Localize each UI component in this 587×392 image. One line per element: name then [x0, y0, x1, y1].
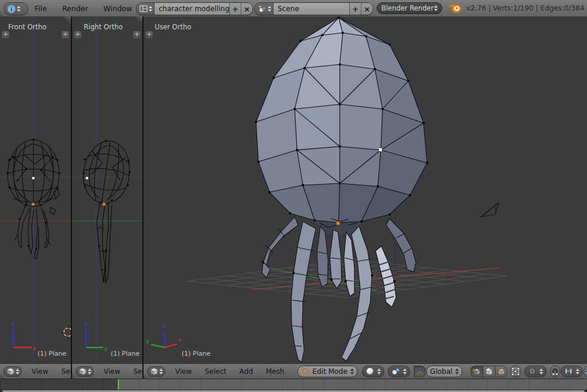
viewport-shading-select[interactable]: [362, 366, 384, 377]
editor-type-select[interactable]: [4, 366, 22, 377]
menu-add[interactable]: Add: [233, 367, 260, 376]
snap-increment-icon: [564, 367, 573, 376]
svg-text:x: x: [33, 345, 36, 352]
active-object-label: (1) Plane: [37, 350, 66, 357]
mode-select[interactable]: Edit Mode: [298, 366, 357, 377]
timeline-after-range[interactable]: [118, 379, 587, 390]
info-icon: i: [7, 5, 16, 13]
menu-render[interactable]: Render: [54, 4, 96, 13]
shading-sphere-icon: [366, 367, 374, 376]
dropdown-arrows: [268, 6, 271, 12]
render-engine-select[interactable]: Blender Render: [377, 2, 442, 14]
dropdown-arrows: [159, 369, 163, 374]
expand-toolshelf-button[interactable]: +: [145, 30, 153, 39]
menu-select[interactable]: Select: [54, 367, 71, 376]
vertex-select-mode-button[interactable]: [470, 366, 483, 377]
vertex-cube-icon: [472, 367, 482, 376]
limit-visible-icon: [511, 367, 520, 376]
info-editor-type-select[interactable]: i: [4, 2, 28, 15]
dropdown-arrows: [16, 369, 19, 374]
timeline-before-range[interactable]: [0, 379, 118, 390]
menu-file[interactable]: File: [27, 4, 54, 13]
editor-type-select[interactable]: [76, 366, 94, 377]
orientation-label: Global: [430, 367, 452, 376]
viewport-front-canvas[interactable]: z x + + Front Ortho (1) Plane: [0, 16, 71, 363]
menu-view[interactable]: View: [25, 367, 54, 376]
transform-orientation-select[interactable]: Global: [426, 366, 462, 377]
add-scene-button[interactable]: +: [349, 3, 361, 15]
expand-properties-button[interactable]: +: [132, 30, 141, 39]
creature-legs-right: [97, 203, 112, 283]
dropdown-arrows: [455, 369, 459, 374]
snap-element-select[interactable]: [561, 366, 583, 377]
proportional-edit-select[interactable]: [524, 366, 547, 377]
select-mode-group: [470, 366, 507, 377]
selected-vertex: [86, 177, 88, 179]
timeline-scrollbar[interactable]: [0, 390, 587, 392]
manipulator-toggle[interactable]: [414, 366, 426, 377]
svg-text:z: z: [12, 320, 15, 326]
add-layout-button[interactable]: +: [229, 3, 241, 15]
menu-select[interactable]: Select: [198, 367, 233, 376]
cursor-3d[interactable]: [61, 325, 71, 339]
timeline-playhead[interactable]: [118, 379, 119, 390]
dropdown-arrows: [540, 369, 543, 374]
magnet-icon: [551, 367, 559, 376]
viewport-user-canvas[interactable]: z y x + User Ortho (1) Plane: [144, 16, 587, 363]
menu-window[interactable]: Window: [95, 4, 139, 13]
svg-text:z: z: [162, 322, 165, 329]
scene-browse-button[interactable]: [255, 3, 274, 15]
active-object-label: (1) Plane: [182, 350, 210, 357]
menu-view[interactable]: View: [97, 367, 127, 376]
menu-mesh[interactable]: Mesh: [260, 367, 291, 376]
close-scene-button[interactable]: ×: [361, 3, 373, 15]
pivot-point-select[interactable]: [388, 366, 410, 377]
snap-grid-icon: [584, 367, 587, 376]
edge-cube-icon: [484, 367, 494, 376]
selected-vertex: [32, 177, 35, 179]
svg-text:y: y: [146, 338, 149, 344]
layout-icon: [139, 5, 148, 12]
dropdown-arrows: [576, 369, 579, 374]
close-layout-button[interactable]: ×: [241, 3, 252, 15]
limit-selection-visible-button[interactable]: [510, 366, 521, 377]
menu-select[interactable]: Select: [127, 367, 142, 376]
snap-toggle-button[interactable]: [550, 366, 560, 377]
svg-text:z: z: [84, 320, 87, 326]
viewport-right-canvas[interactable]: z y + + Right Ortho (1) Plane: [72, 16, 142, 363]
timeline[interactable]: [0, 379, 587, 392]
creature-wireframe-right: [80, 138, 134, 206]
camera-object[interactable]: [481, 203, 499, 217]
expand-toolshelf-button[interactable]: +: [73, 30, 82, 39]
axis-gizmo-front: z x: [12, 320, 36, 352]
dropdown-arrows: [377, 369, 381, 374]
top-header: i File Render Window Help character mode…: [0, 0, 587, 17]
edge-select-mode-button[interactable]: [483, 366, 495, 377]
dropdown-arrows: [149, 6, 152, 12]
dropdown-arrows: [350, 369, 354, 374]
scene-name-field[interactable]: Scene: [274, 3, 349, 15]
viewport-right-header: View Select: [72, 363, 142, 379]
orientation-group: [414, 366, 426, 377]
svg-text:x: x: [178, 336, 182, 343]
viewport-front: z x + + Front Ortho (1) Plane: [0, 16, 71, 379]
screen-layout-browse-button[interactable]: [136, 3, 155, 15]
face-select-mode-button[interactable]: [495, 366, 507, 377]
front-ortho-drawing: z x: [0, 16, 71, 363]
mode-label: Edit Mode: [312, 367, 347, 376]
manipulator-axis-icon: [415, 367, 424, 376]
snap-target-button[interactable]: [583, 366, 587, 377]
expand-properties-button[interactable]: +: [61, 30, 70, 39]
editor-type-select[interactable]: [147, 366, 165, 377]
stats-text: v2.76 | Verts:1/190 | Edges:0/384 | Face: [466, 4, 587, 12]
creature-model[interactable]: [256, 18, 427, 362]
right-ortho-drawing: z y: [72, 16, 142, 363]
viewport-front-header: View Select: [0, 363, 71, 379]
screen-layout-name-field[interactable]: character modelling: [155, 3, 229, 15]
axis-gizmo-user: z y x: [146, 322, 182, 347]
pivot-icon: [391, 367, 400, 376]
menu-view[interactable]: View: [169, 367, 198, 376]
viewport-user: z y x + User Ortho (1) Plane: [144, 16, 587, 379]
expand-toolshelf-button[interactable]: +: [1, 30, 10, 39]
dropdown-arrows: [17, 6, 21, 12]
